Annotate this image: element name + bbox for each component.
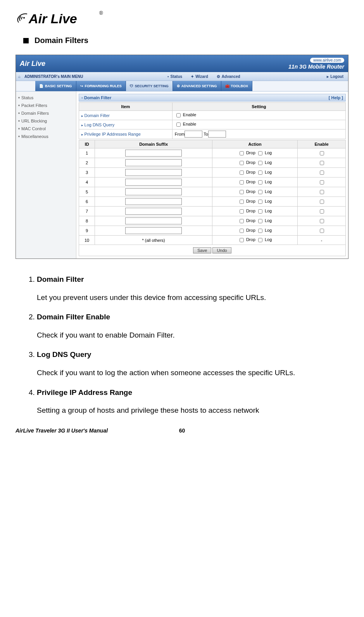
log-checkbox[interactable]	[258, 151, 262, 155]
rule-id: 3	[79, 168, 95, 178]
banner-right: www.airlive.com 11n 3G Mobile Router	[288, 57, 344, 70]
banner-logo: Air Live	[20, 60, 45, 68]
suffix-input[interactable]	[125, 217, 182, 224]
sidebar-misc[interactable]: Miscellaneous	[16, 133, 76, 140]
suffix-input[interactable]	[125, 179, 182, 186]
description-list: Domain Filter Let you prevent users unde…	[37, 274, 348, 416]
log-checkbox[interactable]	[258, 171, 262, 175]
footer-manual: AirLive Traveler 3G II User's Manual	[16, 427, 108, 434]
home-icon[interactable]: ⌂	[18, 74, 21, 79]
undo-button[interactable]: Undo	[212, 247, 231, 253]
desc-item-4: Privilege IP Address Range Setting a gro…	[37, 388, 348, 416]
suffix-input[interactable]	[125, 150, 182, 157]
tab-toolbox[interactable]: 🧰TOOLBOX	[221, 81, 252, 91]
main-menu: ⌂ ADMINISTRATOR's MAIN MENU ▪Status ✦Wiz…	[16, 72, 348, 81]
sub-menu: 📄BASIC SETTING ↪FORWARDING RULES 🛡SECURI…	[16, 81, 348, 91]
enable-checkbox[interactable]	[320, 219, 324, 223]
enable-checkbox[interactable]	[320, 151, 324, 155]
advanced-icon: ⚙	[217, 74, 220, 79]
rules-table: ID Domain Suffix Action Enable 1 Drop Lo…	[79, 140, 346, 245]
svg-text:Air Live: Air Live	[28, 11, 77, 26]
to-input[interactable]	[208, 131, 226, 138]
drop-checkbox[interactable]	[240, 161, 244, 165]
page-logo: Air Live ®	[16, 8, 348, 28]
row-priv-ip: Privilege IP Addresses Range	[81, 132, 141, 136]
section-title: Domain Filters	[35, 36, 88, 45]
rule-id: 4	[79, 178, 95, 187]
help-link[interactable]: [ Help ]	[329, 95, 343, 100]
drop-checkbox[interactable]	[240, 171, 244, 175]
enable-checkbox[interactable]	[320, 190, 324, 194]
banner-subtitle: 11n 3G Mobile Router	[288, 64, 344, 70]
sidebar-domain[interactable]: Domain Filters	[16, 109, 76, 117]
enable-log-checkbox[interactable]	[176, 122, 181, 127]
enable-checkbox[interactable]	[320, 229, 324, 233]
row-log-dns: Log DNS Query	[81, 122, 114, 127]
panel-icon: ▫	[81, 95, 83, 100]
rule-id: 5	[79, 187, 95, 197]
tab-forwarding[interactable]: ↪FORWARDING RULES	[76, 81, 126, 91]
log-checkbox[interactable]	[258, 161, 262, 165]
col-enable: Enable	[298, 140, 346, 148]
col-action: Action	[212, 140, 297, 148]
log-checkbox[interactable]	[258, 219, 262, 223]
wizard-icon: ✦	[191, 74, 194, 79]
enable-checkbox[interactable]	[320, 161, 324, 165]
sidebar-status[interactable]: Status	[16, 94, 76, 102]
sidebar-packet[interactable]: Packet Filters	[16, 102, 76, 109]
suffix-input[interactable]	[125, 198, 182, 205]
menu-status[interactable]: ▪Status	[165, 74, 185, 79]
drop-checkbox[interactable]	[240, 151, 244, 155]
security-icon: 🛡	[130, 84, 133, 88]
log-checkbox[interactable]	[258, 190, 262, 194]
drop-checkbox[interactable]	[240, 229, 244, 233]
from-input[interactable]	[185, 131, 202, 138]
main-panel: ▫ Domain Filter [ Help ] Item Setting Do…	[76, 91, 348, 259]
menu-advanced[interactable]: ⚙Advanced	[214, 74, 243, 79]
banner-url[interactable]: www.airlive.com	[310, 58, 344, 63]
enable-domain-checkbox[interactable]	[176, 113, 181, 117]
drop-checkbox[interactable]	[240, 190, 244, 194]
tab-basic[interactable]: 📄BASIC SETTING	[35, 81, 76, 91]
log-checkbox[interactable]	[258, 180, 262, 184]
page-footer: AirLive Traveler 3G II User's Manual 60	[16, 427, 348, 434]
menu-wizard[interactable]: ✦Wizard	[188, 74, 210, 79]
drop-checkbox[interactable]	[240, 238, 244, 242]
enable-checkbox[interactable]	[320, 171, 324, 175]
button-bar: Save Undo	[79, 245, 346, 256]
suffix-input[interactable]	[125, 159, 182, 166]
drop-checkbox[interactable]	[240, 200, 244, 204]
suffix-input[interactable]	[125, 188, 182, 195]
drop-checkbox[interactable]	[240, 180, 244, 184]
menu-logout[interactable]: ▸ Logout	[324, 74, 346, 79]
log-checkbox[interactable]	[258, 209, 262, 214]
log-checkbox[interactable]	[258, 229, 262, 233]
drop-checkbox[interactable]	[240, 209, 244, 214]
enable-checkbox[interactable]	[320, 209, 324, 214]
log-checkbox[interactable]	[258, 200, 262, 204]
sidebar: Status Packet Filters Domain Filters URL…	[16, 91, 76, 259]
rule-id: 9	[79, 226, 95, 236]
desc-item-3: Log DNS Query Check if you want to log t…	[37, 350, 348, 378]
enable-checkbox[interactable]	[320, 180, 324, 184]
sidebar-url[interactable]: URL Blocking	[16, 117, 76, 125]
suffix-input[interactable]	[125, 208, 182, 215]
forwarding-icon: ↪	[80, 84, 83, 88]
panel-head: ▫ Domain Filter [ Help ]	[79, 94, 346, 102]
footer-page: 60	[179, 427, 185, 434]
adv-icon: ⚙	[177, 84, 180, 88]
suffix-input[interactable]	[125, 227, 182, 234]
tab-security[interactable]: 🛡SECURITY SETTING	[126, 81, 173, 91]
enable-checkbox[interactable]	[320, 200, 324, 204]
svg-point-0	[23, 17, 25, 19]
drop-checkbox[interactable]	[240, 219, 244, 223]
log-checkbox[interactable]	[258, 238, 262, 242]
desc-item-2: Domain Filter Enable Check if you want t…	[37, 312, 348, 340]
rule-id: 8	[79, 216, 95, 226]
save-button[interactable]: Save	[193, 247, 211, 253]
sidebar-mac[interactable]: MAC Control	[16, 125, 76, 133]
suffix-input[interactable]	[125, 169, 182, 176]
tab-advanced[interactable]: ⚙ADVANCED SETTING	[173, 81, 221, 91]
toolbox-icon: 🧰	[225, 84, 229, 88]
rule-suffix-10: * (all others)	[95, 236, 212, 245]
